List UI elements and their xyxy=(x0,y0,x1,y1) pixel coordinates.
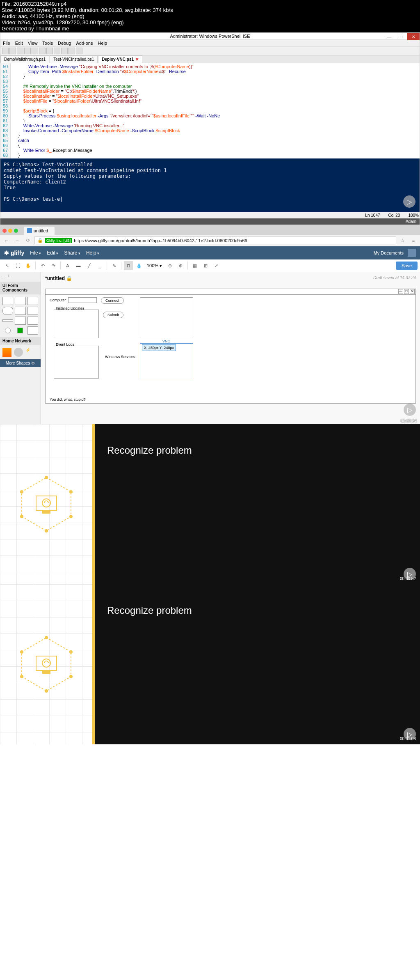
play-icon[interactable]: ▷ xyxy=(404,404,416,416)
wf-close-icon: ✕ xyxy=(410,289,415,294)
submit-button[interactable]: Submit xyxy=(103,312,123,318)
toolbar-paste-icon[interactable] xyxy=(39,48,46,54)
connector-elbow-icon[interactable]: └ xyxy=(7,275,10,279)
more-shapes-button[interactable]: More Shapes ⚙ xyxy=(0,359,41,367)
gliffy-logo[interactable]: ✱ gliffy xyxy=(4,250,24,256)
my-documents-link[interactable]: My Documents xyxy=(374,250,404,255)
shape-slider[interactable] xyxy=(2,319,13,322)
pencil-tool-icon[interactable]: ✎ xyxy=(110,261,119,270)
menu-view[interactable]: View xyxy=(28,41,38,46)
shape-window[interactable] xyxy=(2,297,13,305)
menu-help[interactable]: Help xyxy=(98,41,107,46)
browser-tab[interactable]: untitled xyxy=(24,227,55,235)
shape-radio[interactable] xyxy=(5,328,11,333)
toolbar-run-selection-icon[interactable] xyxy=(68,48,75,54)
toolbar-open-icon[interactable] xyxy=(9,48,16,54)
connect-button[interactable]: Connect xyxy=(101,297,124,304)
forward-button[interactable]: → xyxy=(13,238,21,243)
toolbar-run-icon[interactable] xyxy=(61,48,68,54)
video-metadata: File: 20160323152849.mp4 Size: 4110834 b… xyxy=(0,0,420,32)
tab-demo[interactable]: DemoWalkthrough.ps1 xyxy=(0,55,49,63)
shape-input[interactable] xyxy=(15,307,25,315)
label-computer: Computer xyxy=(50,298,66,302)
menu-edit[interactable]: Edit xyxy=(47,250,58,256)
drop-icon[interactable]: 💧 xyxy=(135,261,144,270)
toolbar-redo-icon[interactable] xyxy=(54,48,60,54)
pointer-tool-icon[interactable]: ↖ xyxy=(2,261,11,270)
redo-icon[interactable]: ↷ xyxy=(49,261,58,270)
zoom-out-icon[interactable]: ⊖ xyxy=(165,261,174,270)
close-button[interactable]: ✕ xyxy=(407,33,420,40)
fill-tool-icon[interactable]: ▬ xyxy=(74,261,83,270)
toolbar-copy-icon[interactable] xyxy=(32,48,38,54)
router-icon[interactable] xyxy=(2,348,11,357)
connector-straight-icon[interactable]: ⎯ xyxy=(2,275,5,279)
menu-help[interactable]: Help xyxy=(86,250,99,256)
menu-tools[interactable]: Tools xyxy=(42,41,53,46)
grid-icon[interactable]: ▦ xyxy=(190,261,199,270)
box-installed[interactable] xyxy=(54,310,99,338)
fit-tool-icon[interactable]: ⛶ xyxy=(13,261,22,270)
back-button[interactable]: ← xyxy=(2,238,11,243)
menu-share[interactable]: Share xyxy=(64,250,80,256)
shape-textarea[interactable] xyxy=(27,307,38,315)
menu-addons[interactable]: Add-ons xyxy=(76,41,93,46)
connector-tool-icon[interactable]: ⎯ xyxy=(95,261,104,270)
line-tool-icon[interactable]: ╱ xyxy=(84,261,94,270)
address-bar[interactable]: 🔒 Gliffy, Inc. [US] https://www.gliffy.c… xyxy=(34,236,396,244)
mac-minimize-icon[interactable] xyxy=(8,229,12,233)
mac-zoom-icon[interactable] xyxy=(14,229,18,233)
zoom-level[interactable]: 100% ▾ xyxy=(145,263,164,269)
shape-label[interactable] xyxy=(27,317,38,325)
cloud-icon[interactable] xyxy=(14,348,23,357)
editor-tabs: DemoWalkthrough.ps1 Test-VNCInstalled.ps… xyxy=(0,55,420,63)
mac-close-icon[interactable] xyxy=(2,229,7,233)
magnet-icon[interactable]: ⊓ xyxy=(124,261,133,270)
hand-tool-icon[interactable]: ✋ xyxy=(24,261,33,270)
lightning-icon[interactable]: ⚡ xyxy=(25,348,34,357)
menu-edit[interactable]: Edit xyxy=(15,41,23,46)
bookmark-icon[interactable]: ☆ xyxy=(399,238,407,243)
shape-frame[interactable] xyxy=(27,297,38,305)
minimize-button[interactable]: — xyxy=(383,33,395,40)
toolbar-save-icon[interactable] xyxy=(17,48,23,54)
menu-debug[interactable]: Debug xyxy=(58,41,71,46)
box-eventlogs[interactable] xyxy=(54,346,99,379)
input-computer[interactable] xyxy=(68,297,97,303)
menu-file[interactable]: File xyxy=(3,41,10,46)
category-home-network[interactable]: Home Network xyxy=(0,337,41,345)
user-avatar-icon[interactable] xyxy=(408,249,416,257)
reload-button[interactable]: ⟳ xyxy=(24,238,32,243)
tab-deploy-vnc[interactable]: Deploy-VNC.ps1✕ xyxy=(98,55,142,63)
toolbar-undo-icon[interactable] xyxy=(46,48,53,54)
status-zoom: 100% xyxy=(408,213,419,218)
save-button[interactable]: Save xyxy=(396,262,418,270)
menu-icon[interactable]: ≡ xyxy=(409,238,418,243)
code-editor[interactable]: 50 51 52 53 54 55 56 57 58 59 60 61 62 6… xyxy=(0,63,420,158)
shape-check[interactable] xyxy=(17,328,23,333)
text-tool-icon[interactable]: A xyxy=(63,261,72,270)
tab-close-icon[interactable]: ✕ xyxy=(135,57,139,62)
console-pane[interactable]: PS C:\Demos> Test-VncInstalled cmdlet Te… xyxy=(0,158,420,212)
tab-test-vnc[interactable]: Test-VNCInstalled.ps1 xyxy=(50,55,98,63)
maximize-button[interactable]: □ xyxy=(395,33,407,40)
shape-button[interactable] xyxy=(2,307,13,315)
category-ui-form[interactable]: UI Form Components xyxy=(0,282,41,294)
canvas-area[interactable]: *untitled 🔒 Draft saved at 14:37:24 — □ … xyxy=(41,272,420,424)
play-icon[interactable]: ▷ xyxy=(403,195,415,208)
shape-combo[interactable] xyxy=(15,317,25,325)
toolbar-new-icon[interactable] xyxy=(2,48,9,54)
expand-icon[interactable]: ⤢ xyxy=(212,261,221,270)
menu-file[interactable]: File xyxy=(30,250,41,256)
wireframe-window[interactable]: — □ ✕ Computer Connect Installed Updates… xyxy=(45,289,416,404)
account-bar: Adam xyxy=(0,218,420,225)
shape-panel[interactable] xyxy=(15,297,25,305)
box-vnc-top[interactable] xyxy=(140,297,193,338)
center-icon[interactable]: ⊞ xyxy=(201,261,210,270)
code-content[interactable]: Write-Verbose -Message "Copying VNC inst… xyxy=(11,63,222,158)
zoom-in-icon[interactable]: ⊕ xyxy=(176,261,185,270)
undo-icon[interactable]: ↶ xyxy=(38,261,47,270)
shape-table[interactable] xyxy=(27,326,38,335)
toolbar-cut-icon[interactable] xyxy=(24,48,31,54)
toolbar-stop-icon[interactable] xyxy=(76,48,82,54)
